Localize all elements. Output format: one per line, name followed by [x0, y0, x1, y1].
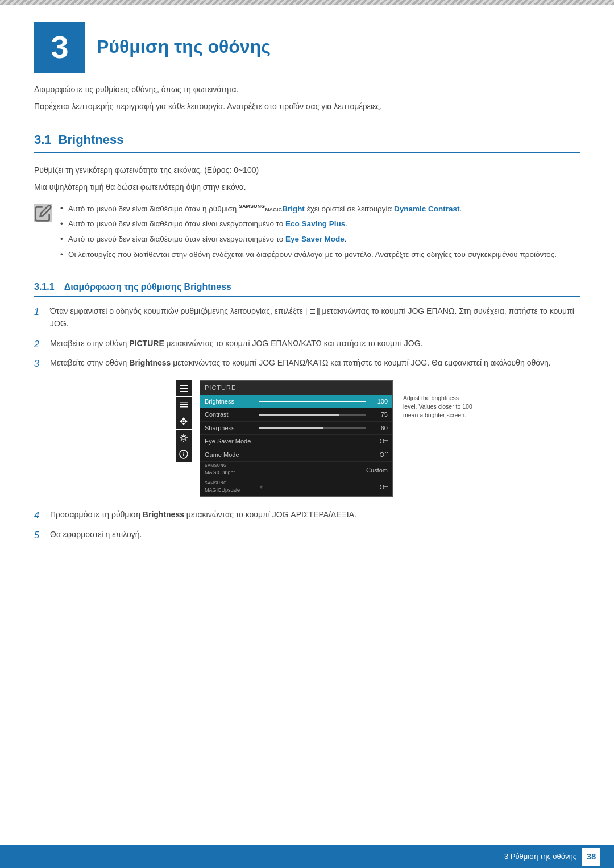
- note-item-1: Αυτό το μενού δεν είναι διαθέσιμο όταν η…: [60, 203, 557, 215]
- osd-icon-gear: [176, 430, 192, 446]
- osd-menu: PICTURE Brightness 100 Contrast: [200, 380, 393, 497]
- steps-list: Όταν εμφανιστεί ο οδηγός κουμπιών ρυθμιζ…: [34, 305, 580, 369]
- osd-container: PICTURE Brightness 100 Contrast: [68, 380, 580, 497]
- note-item-3: Αυτό το μενού δεν είναι διαθέσιμο όταν ε…: [60, 234, 557, 246]
- note-item-4: Οι λειτουργίες που διατίθενται στην οθόν…: [60, 249, 557, 261]
- section-title: Brightness: [59, 130, 124, 149]
- svg-rect-14: [183, 452, 184, 453]
- chapter-title: Ρύθμιση της οθόνης: [97, 33, 271, 60]
- step-3: Μεταβείτε στην οθόνη Brightness μετακινώ…: [34, 356, 580, 369]
- section-number: 3.1: [34, 130, 52, 149]
- note-item-2: Αυτό το μενού δεν είναι διαθέσιμο όταν ε…: [60, 218, 557, 230]
- svg-rect-0: [180, 385, 188, 386]
- osd-row-magic-bright: SAMSUNG MAGICBright Custom: [200, 462, 392, 479]
- osd-row-game-mode: Game Mode Off: [200, 448, 392, 462]
- svg-rect-13: [183, 454, 184, 456]
- svg-marker-9: [185, 420, 188, 423]
- svg-rect-4: [180, 404, 188, 405]
- svg-marker-8: [180, 420, 182, 423]
- note-icon: [34, 204, 52, 222]
- chapter-number: 3: [34, 22, 85, 73]
- osd-row-magic-upscale: SAMSUNG MAGICUpscale ▼ Off: [200, 479, 392, 497]
- svg-marker-7: [182, 423, 185, 425]
- page-footer: 3 Ρύθμιση της οθόνης 38: [0, 845, 614, 868]
- osd-row-contrast: Contrast 75: [200, 408, 392, 422]
- section-desc-1: Ρυθμίζει τη γενικότερη φωτεινότητα της ε…: [34, 164, 580, 176]
- osd-icon-info: [176, 446, 192, 462]
- osd-icon-lines: [176, 397, 192, 413]
- svg-rect-3: [180, 402, 188, 403]
- osd-row-eye-saver: Eye Saver Mode Off: [200, 435, 392, 448]
- step-4: Προσαρμόστε τη ρύθμιση Brightness μετακι…: [34, 508, 580, 521]
- step-1: Όταν εμφανιστεί ο οδηγός κουμπιών ρυθμιζ…: [34, 305, 580, 330]
- osd-sidebar-text: Adjust the brightness level. Values clos…: [399, 394, 472, 419]
- osd-row-sharpness: Sharpness 60: [200, 422, 392, 435]
- svg-rect-2: [180, 391, 188, 392]
- section-desc-2: Μια υψηλότερη τιμή θα δώσει φωτεινότερη …: [34, 181, 580, 193]
- svg-rect-5: [180, 406, 188, 408]
- footer-page-number: 38: [582, 848, 600, 866]
- footer-text: 3 Ρύθμιση της οθόνης: [504, 851, 576, 862]
- osd-icons: [176, 380, 192, 463]
- osd-menu-title: PICTURE: [200, 381, 392, 395]
- section-3-1-header: 3.1 Brightness: [34, 130, 580, 153]
- svg-rect-10: [183, 421, 185, 422]
- chapter-desc-1: Διαμορφώστε τις ρυθμίσεις οθόνης, όπως τ…: [34, 83, 580, 95]
- subsection-3-1-1-header: 3.1.1 Διαμόρφωση της ρύθμισης Brightness: [34, 280, 580, 297]
- notes-area: Αυτό το μενού δεν είναι διαθέσιμο όταν η…: [34, 203, 580, 264]
- osd-icon-move: [176, 413, 192, 429]
- svg-point-11: [182, 436, 185, 439]
- chapter-desc-2: Παρέχεται λεπτομερής περιγραφή για κάθε …: [34, 100, 580, 113]
- step-5: Θα εφαρμοστεί η επιλογή.: [34, 528, 580, 541]
- chapter-header: 3 Ρύθμιση της οθόνης: [34, 22, 580, 73]
- step-2: Μεταβείτε στην οθόνη PICTURE μετακινώντα…: [34, 337, 580, 350]
- top-stripe: [0, 0, 614, 5]
- osd-row-brightness: Brightness 100: [200, 395, 392, 409]
- osd-icon-menu: [176, 380, 192, 396]
- svg-rect-1: [180, 388, 188, 389]
- steps-list-continued: Προσαρμόστε τη ρύθμιση Brightness μετακι…: [34, 508, 580, 541]
- svg-marker-6: [182, 417, 185, 420]
- notes-list: Αυτό το μενού δεν είναι διαθέσιμο όταν η…: [60, 203, 557, 264]
